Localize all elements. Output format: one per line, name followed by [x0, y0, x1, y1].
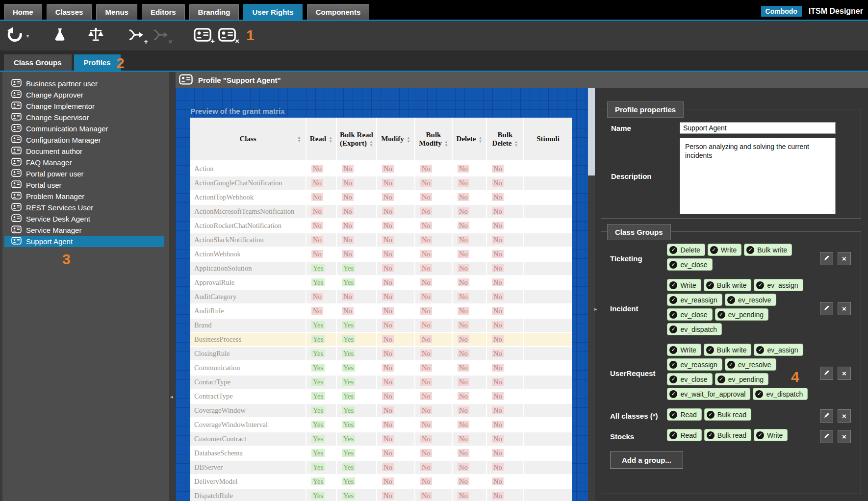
remove-group-button[interactable]: ×	[838, 367, 851, 380]
sidebar-item-faq-manager[interactable]: FAQ Manager	[4, 157, 164, 168]
sidebar-item-service-manager[interactable]: Service Manager	[4, 225, 164, 236]
column-header-bulk-read-export[interactable]: Bulk Read (Export)▲▼	[336, 118, 377, 161]
pencil-icon	[824, 370, 830, 377]
pencil-icon	[824, 433, 830, 440]
tab-home[interactable]: Home	[4, 4, 42, 20]
edit-group-button[interactable]	[820, 367, 833, 380]
class-name-cell: ActionRocketChatNotification	[190, 219, 306, 233]
remove-group-button[interactable]: ×	[838, 302, 851, 315]
remove-group-button[interactable]: ×	[838, 409, 851, 423]
grant-badge-label: Bulk write	[717, 346, 747, 354]
circle-check-icon: ✓	[756, 431, 764, 439]
sidebar-item-change-supervisor[interactable]: Change Supervisor	[4, 112, 164, 123]
subtab-class-groups[interactable]: Class Groups	[4, 54, 72, 71]
profile-description-textarea[interactable]: Person analyzing and solving the current…	[680, 138, 836, 214]
grant-badge-label: Bulk write	[717, 281, 747, 289]
column-header-delete[interactable]: Delete▲▼	[452, 118, 486, 161]
edit-group-button[interactable]	[820, 409, 833, 423]
circle-check-icon: ✓	[669, 281, 677, 289]
sort-arrows-icon[interactable]: ▲▼	[369, 140, 373, 147]
sort-arrows-icon[interactable]: ▲▼	[297, 136, 301, 143]
scrollbar-thumb[interactable]	[588, 88, 595, 175]
sidebar-item-problem-manager[interactable]: Problem Manager	[4, 191, 164, 202]
grant-cell: No	[306, 247, 336, 261]
sidebar-item-business-partner-user[interactable]: Business partner user	[4, 78, 164, 89]
sort-arrows-icon[interactable]: ▲▼	[407, 136, 410, 143]
sidebar-item-portal-user[interactable]: Portal user	[4, 179, 164, 191]
sidebar-item-rest-services-user[interactable]: REST Services User	[4, 202, 164, 213]
tab-editors[interactable]: Editors	[142, 4, 185, 20]
matrix-row-actionwebhook: ActionWebhookNoNoNoNoNoNo	[190, 247, 572, 261]
profile-card-icon	[11, 237, 22, 246]
undo-button[interactable]: ▾	[6, 26, 29, 46]
grant-cell	[524, 432, 572, 446]
sort-arrows-icon[interactable]: ▲▼	[329, 136, 332, 143]
column-header-bulk-modify[interactable]: Bulk Modify▲▼	[415, 118, 452, 161]
grant-cell: No	[486, 489, 524, 501]
grant-cell: Yes	[336, 332, 377, 347]
column-header-class[interactable]: Class▲▼	[190, 118, 306, 161]
x-icon: ×	[842, 412, 846, 420]
grant-badge-label: ev_reassign	[680, 296, 717, 304]
grant-badge-label: Write	[767, 431, 783, 439]
sidebar-item-change-approver[interactable]: Change Approver	[4, 89, 164, 100]
sort-arrows-icon[interactable]: ▲▼	[514, 140, 518, 147]
grant-cell: No	[452, 332, 486, 347]
column-header-read[interactable]: Read▲▼	[306, 118, 336, 161]
tab-user-rights[interactable]: User Rights	[243, 4, 302, 20]
grant-cell	[524, 318, 572, 332]
tab-components[interactable]: Components	[307, 4, 370, 20]
column-header-bulk-delete[interactable]: Bulk Delete▲▼	[486, 118, 524, 161]
sidebar-item-service-desk-agent[interactable]: Service Desk Agent	[4, 213, 164, 225]
grant-cell: No	[452, 161, 486, 176]
grant-badge-ev-reassign: ✓ev_reassign	[667, 358, 722, 371]
remove-group-button[interactable]: ×	[838, 430, 851, 443]
annotation-2: 2	[116, 55, 125, 72]
tab-classes[interactable]: Classes	[47, 4, 92, 20]
grant-cell: No	[452, 489, 486, 501]
circle-check-icon: ✓	[756, 281, 764, 289]
edit-group-button[interactable]	[820, 302, 833, 315]
consistency-check-button[interactable]	[87, 26, 104, 45]
profile-name-input[interactable]	[680, 122, 836, 134]
group-actions: ×	[820, 367, 851, 380]
sort-arrows-icon[interactable]: ▲▼	[479, 136, 483, 143]
sidebar-item-support-agent[interactable]: Support Agent	[4, 236, 164, 247]
grant-cell: Yes	[336, 432, 377, 446]
grant-cell: Yes	[306, 403, 336, 418]
profile-editor-title: Profile "Support Agent"	[198, 76, 281, 84]
edit-group-button[interactable]	[820, 430, 833, 443]
matrix-row-actionitopwebhook: ActioniTopWebhookNoNoNoNoNoNo	[190, 190, 572, 204]
sidebar-item-communication-manager[interactable]: Communication Manager	[4, 123, 164, 134]
add-profile-button[interactable]: +	[194, 28, 211, 44]
class-group-row-stocks: Stocks✓Read✓Bulk read✓Write×	[610, 429, 861, 444]
collapse-left-icon[interactable]: ◂	[170, 394, 173, 400]
subtab-profiles[interactable]: Profiles	[74, 54, 121, 71]
edit-group-button[interactable]	[820, 252, 833, 265]
sidebar-item-document-author[interactable]: Document author	[4, 146, 164, 157]
add-transition-button[interactable]: +	[128, 27, 145, 44]
tab-menus[interactable]: Menus	[96, 4, 137, 20]
sidebar-item-portal-power-user[interactable]: Portal power user	[4, 168, 164, 179]
test-flask-button[interactable]	[52, 26, 67, 45]
collapse-right-icon[interactable]: ▸	[594, 306, 597, 312]
grant-cell	[524, 460, 572, 475]
grant-cell	[524, 204, 572, 219]
sidebar-item-configuration-manager[interactable]: Configuration Manager	[4, 134, 164, 146]
grant-cell: No	[486, 161, 524, 176]
class-name-cell: ApprovalRule	[190, 276, 306, 290]
remove-group-button[interactable]: ×	[838, 252, 851, 265]
column-header-modify[interactable]: Modify▲▼	[377, 118, 415, 161]
undo-dropdown-caret-icon[interactable]: ▾	[26, 33, 29, 39]
grant-cell: Yes	[306, 361, 336, 375]
delete-profile-button[interactable]: ×	[218, 28, 236, 44]
group-actions: ×	[820, 430, 851, 443]
sidebar-item-change-implementor[interactable]: Change Implementor	[4, 100, 164, 112]
tab-branding[interactable]: Branding	[189, 4, 239, 20]
x-icon: ×	[842, 433, 846, 440]
sort-arrows-icon[interactable]: ▲▼	[444, 140, 448, 147]
add-group-button[interactable]: Add a group...	[610, 451, 683, 469]
sidebar-splitter[interactable]: ◂	[169, 72, 176, 501]
grant-cell: No	[415, 403, 452, 418]
matrix-vertical-scrollbar[interactable]	[588, 88, 595, 501]
